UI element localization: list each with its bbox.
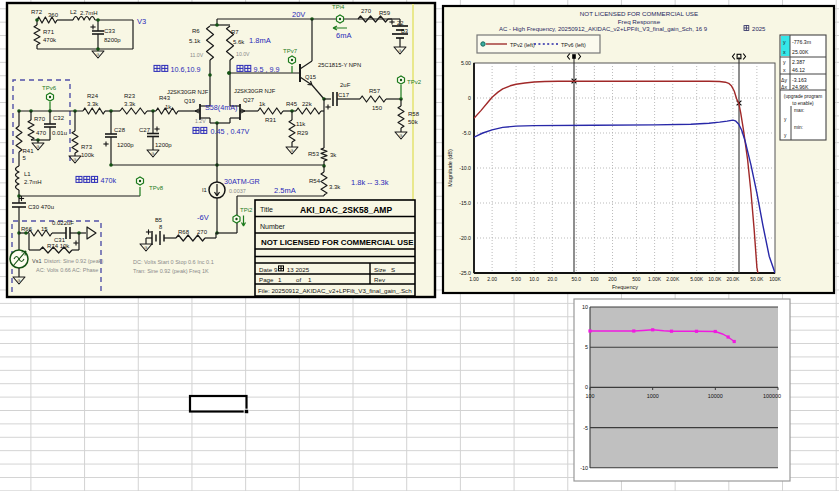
svg-text:G: G [399, 49, 402, 53]
svg-text:C33: C33 [104, 28, 116, 34]
svg-text:DC: Volts Start 0 Stop 0.6 In: DC: Volts Start 0 Stop 0.6 Inc 0.1 [133, 259, 214, 265]
svg-text:2uF: 2uF [340, 82, 351, 88]
svg-text:R57: R57 [369, 88, 381, 94]
svg-text:L1: L1 [24, 171, 31, 177]
svg-text:100k: 100k [81, 152, 95, 158]
svg-text:R29: R29 [297, 130, 309, 136]
svg-text:10.0K: 10.0K [708, 276, 722, 282]
svg-text:x: x [783, 49, 786, 55]
svg-text:Size: Size [374, 266, 387, 273]
svg-text:-15.0: -15.0 [459, 200, 471, 206]
svg-text:200: 200 [608, 276, 617, 282]
svg-text:15: 15 [41, 226, 48, 232]
svg-text:Freq Response: Freq Response [618, 18, 661, 25]
svg-text:1k: 1k [259, 101, 266, 107]
svg-text:8: 8 [159, 224, 162, 230]
svg-text:1.00: 1.00 [469, 276, 479, 282]
svg-text:min:: min: [794, 125, 803, 130]
svg-text:2025: 2025 [752, 26, 766, 32]
svg-text:-5: -5 [583, 425, 588, 431]
svg-text:1.8mA: 1.8mA [249, 36, 271, 45]
svg-text:R41: R41 [23, 148, 35, 154]
svg-text:NOT LICENSED FOR COMMERCIAL US: NOT LICENSED FOR COMMERCIAL USE [261, 238, 413, 247]
svg-text:10: 10 [582, 304, 588, 310]
svg-text:S: S [391, 266, 395, 273]
svg-text:R53: R53 [308, 151, 320, 157]
svg-text:C28: C28 [114, 127, 126, 133]
svg-text:C17: C17 [338, 92, 350, 98]
svg-text:max:: max: [794, 108, 804, 113]
svg-text:G: G [37, 145, 40, 149]
svg-text:-3.163: -3.163 [792, 77, 807, 83]
svg-text:AC: Volts 0.66 AC: Phase: AC: Volts 0.66 AC: Phase [36, 267, 98, 273]
svg-text:R74 10k: R74 10k [47, 243, 70, 249]
svg-text:10.6,10.9: 10.6,10.9 [171, 65, 201, 74]
svg-text:Rev: Rev [374, 276, 386, 283]
svg-text:x: x [783, 67, 786, 73]
svg-text:-776.3m: -776.3m [792, 39, 811, 45]
svg-text:2.7mH: 2.7mH [80, 10, 98, 16]
svg-text:50.0K: 50.0K [750, 276, 764, 282]
svg-text:B5: B5 [155, 217, 162, 223]
svg-text:25C1815-Y NPN: 25C1815-Y NPN [318, 62, 361, 68]
svg-text:1200p: 1200p [155, 142, 172, 148]
svg-text:0: 0 [585, 384, 588, 390]
svg-text:TPv7: TPv7 [283, 48, 298, 54]
svg-text:2.5mA: 2.5mA [274, 186, 296, 195]
svg-text:9: 9 [274, 266, 278, 273]
svg-text:R59: R59 [379, 10, 391, 16]
svg-text:11.0V: 11.0V [190, 52, 204, 58]
svg-text:-5.0: -5.0 [462, 130, 471, 136]
svg-text:5.1k: 5.1k [189, 38, 201, 44]
svg-text:NOT LICENSED FOR COMMERCIAL US: NOT LICENSED FOR COMMERCIAL USE [580, 10, 698, 17]
svg-text:TPv2 (left): TPv2 (left) [510, 42, 535, 48]
svg-text:AKI_DAC_2SK58_AMP: AKI_DAC_2SK58_AMP [300, 205, 392, 215]
svg-text:B3: B3 [401, 28, 408, 34]
svg-text:0.01u: 0.01u [52, 130, 67, 136]
svg-text:Distort: Sine 0.92 (peak): Distort: Sine 0.92 (peak) [44, 258, 103, 264]
svg-text:13 2025: 13 2025 [287, 266, 310, 273]
svg-text:G: G [400, 134, 403, 138]
svg-text:11k: 11k [296, 121, 306, 127]
svg-text:470k: 470k [43, 37, 57, 43]
svg-text:3.3k: 3.3k [124, 101, 136, 107]
svg-text:3k: 3k [330, 152, 337, 158]
svg-text:TPv2: TPv2 [407, 79, 422, 85]
svg-text:50.0: 50.0 [571, 276, 581, 282]
svg-text:TPi4: TPi4 [332, 4, 345, 10]
svg-text:y: y [783, 59, 786, 65]
svg-text:-10: -10 [580, 465, 588, 471]
svg-text:(upgrade program: (upgrade program [784, 94, 822, 99]
svg-text:R23: R23 [124, 93, 136, 99]
svg-text:Number: Number [260, 223, 286, 230]
svg-text:100: 100 [586, 393, 595, 399]
svg-text:R7: R7 [231, 29, 239, 35]
svg-text:1: 1 [308, 276, 312, 283]
svg-text:to enable): to enable) [792, 101, 814, 106]
svg-text:Magnitude (dB): Magnitude (dB) [447, 149, 453, 187]
svg-text:R6: R6 [192, 28, 200, 34]
svg-text:20.0: 20.0 [547, 276, 557, 282]
svg-text:Vs1: Vs1 [32, 258, 41, 264]
svg-text:TPi2: TPi2 [240, 207, 253, 213]
svg-text:360: 360 [48, 12, 59, 18]
svg-text:Title: Title [260, 206, 273, 213]
svg-text:0.0037: 0.0037 [229, 188, 246, 194]
svg-text:24.96K: 24.96K [792, 84, 809, 90]
svg-text:G: G [97, 53, 100, 57]
svg-text:0.022uF: 0.022uF [52, 220, 74, 226]
svg-text:5.6k: 5.6k [233, 39, 245, 45]
svg-text:10000: 10000 [708, 393, 723, 399]
svg-text:R31: R31 [265, 117, 277, 123]
svg-text:J2SK30GR NJF: J2SK30GR NJF [234, 88, 276, 94]
svg-text:File: 20250912_AKIDAC_v2+LPFi: File: 20250912_AKIDAC_v2+LPFilt_V3_final… [258, 287, 412, 294]
svg-text:5.00: 5.00 [461, 60, 471, 66]
svg-text:AC - High Frequency, 20250: AC - High Frequency, 20250912_AKIDAC_v2+… [499, 26, 708, 32]
svg-text:C30 470u: C30 470u [28, 204, 54, 210]
svg-text:2.00: 2.00 [487, 276, 497, 282]
svg-text:100: 100 [590, 276, 599, 282]
svg-text:20V: 20V [292, 10, 305, 19]
svg-text:-6V: -6V [197, 213, 209, 222]
svg-text:1.00K: 1.00K [648, 276, 662, 282]
svg-text:R71: R71 [43, 29, 55, 35]
